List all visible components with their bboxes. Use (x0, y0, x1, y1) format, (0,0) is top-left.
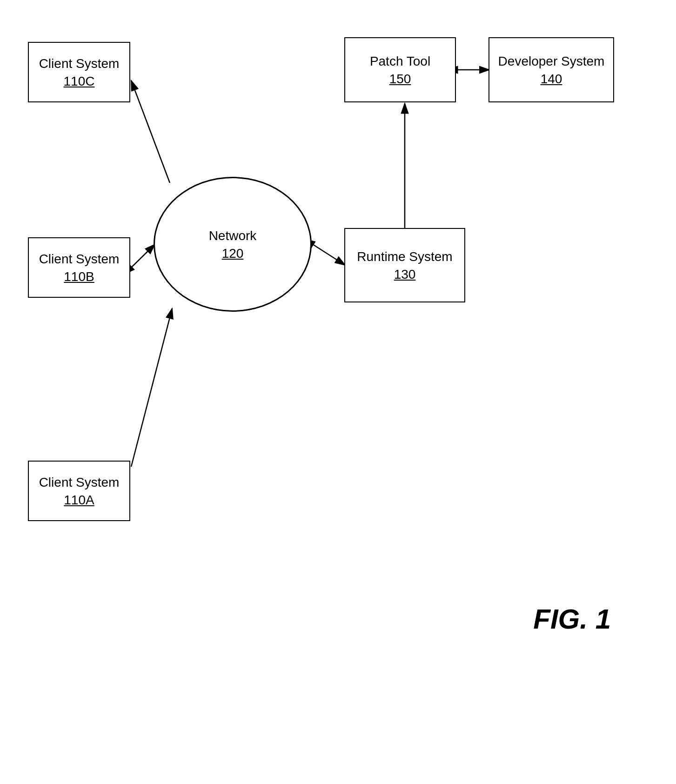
developer-number: 140 (541, 72, 562, 87)
client-system-b: Client System 110B (28, 237, 130, 298)
client-b-number: 110B (64, 269, 94, 284)
runtime-number: 130 (394, 267, 416, 282)
network-number: 120 (222, 246, 244, 261)
runtime-system: Runtime System 130 (344, 228, 465, 302)
patch-tool: Patch Tool 150 (344, 37, 456, 102)
client-system-a: Client System 110A (28, 461, 130, 521)
arrows-svg (0, 0, 676, 784)
network-label: Network (209, 228, 257, 244)
developer-label: Developer System (498, 53, 605, 70)
patch-number: 150 (389, 72, 411, 87)
developer-system: Developer System 140 (489, 37, 614, 102)
diagram-container: Client System 110C Client System 110B Cl… (0, 0, 676, 784)
network-ellipse: Network 120 (154, 177, 312, 312)
figure-label: FIG. 1 (533, 603, 611, 635)
svg-line-4 (131, 80, 170, 183)
client-a-label: Client System (39, 474, 120, 491)
client-c-label: Client System (39, 55, 120, 72)
runtime-label: Runtime System (357, 248, 452, 265)
svg-line-5 (131, 308, 172, 467)
patch-label: Patch Tool (370, 53, 430, 70)
client-c-number: 110C (64, 74, 95, 89)
svg-line-3 (313, 244, 345, 265)
client-b-label: Client System (39, 251, 120, 268)
client-a-number: 110A (64, 493, 94, 508)
client-system-c: Client System 110C (28, 42, 130, 102)
svg-line-2 (131, 244, 155, 268)
